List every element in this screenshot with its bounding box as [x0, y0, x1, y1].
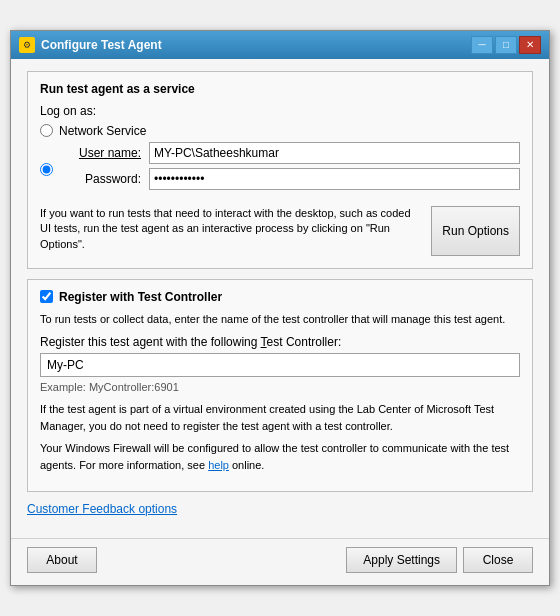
info-block-1: If the test agent is part of a virtual e…	[40, 401, 520, 434]
bottom-bar: About Apply Settings Close	[11, 538, 549, 585]
network-service-radio[interactable]	[40, 124, 53, 137]
register-label: Register this test agent with the follow…	[40, 335, 520, 349]
minimize-button[interactable]: ─	[471, 36, 493, 54]
service-section: Run test agent as a service Log on as: N…	[27, 71, 533, 269]
run-options-button[interactable]: Run Options	[431, 206, 520, 256]
network-service-label: Network Service	[59, 124, 146, 138]
info-run-row: If you want to run tests that need to in…	[40, 206, 520, 256]
info-text-2-start: Your Windows Firewall will be configured…	[40, 442, 509, 471]
bottom-right-buttons: Apply Settings Close	[346, 547, 533, 573]
password-input[interactable]	[149, 168, 520, 190]
username-input[interactable]	[149, 142, 520, 164]
register-desc: To run tests or collect data, enter the …	[40, 312, 520, 327]
radio-group: Network Service User name: Password:	[40, 124, 520, 198]
main-window: ⚙ Configure Test Agent ─ □ ✕ Run test ag…	[10, 30, 550, 586]
title-bar-left: ⚙ Configure Test Agent	[19, 37, 162, 53]
maximize-button[interactable]: □	[495, 36, 517, 54]
title-controls: ─ □ ✕	[471, 36, 541, 54]
register-title: Register with Test Controller	[59, 290, 222, 304]
window-body: Run test agent as a service Log on as: N…	[11, 59, 549, 538]
window-title: Configure Test Agent	[41, 38, 162, 52]
info-text-2-end: online.	[232, 459, 264, 471]
username-radio[interactable]	[40, 163, 53, 176]
register-header: Register with Test Controller	[40, 290, 520, 304]
example-text: Example: MyController:6901	[40, 381, 520, 393]
username-row: User name: Password:	[40, 142, 520, 198]
logon-label: Log on as:	[40, 104, 520, 118]
info-block-2: Your Windows Firewall will be configured…	[40, 440, 520, 473]
about-button[interactable]: About	[27, 547, 97, 573]
title-bar: ⚙ Configure Test Agent ─ □ ✕	[11, 31, 549, 59]
register-checkbox[interactable]	[40, 290, 53, 303]
test-controller-input[interactable]	[40, 353, 520, 377]
service-info-text: If you want to run tests that need to in…	[40, 206, 423, 252]
help-link[interactable]: help	[208, 459, 229, 471]
close-button[interactable]: Close	[463, 547, 533, 573]
window-close-button[interactable]: ✕	[519, 36, 541, 54]
password-field-label: Password:	[59, 172, 149, 186]
username-field-label: User name:	[59, 146, 149, 160]
register-section: Register with Test Controller To run tes…	[27, 279, 533, 492]
apply-settings-button[interactable]: Apply Settings	[346, 547, 457, 573]
network-service-row: Network Service	[40, 124, 520, 138]
window-icon: ⚙	[19, 37, 35, 53]
username-fields: User name: Password:	[59, 142, 520, 190]
service-section-title: Run test agent as a service	[40, 82, 520, 96]
feedback-link[interactable]: Customer Feedback options	[27, 502, 533, 516]
